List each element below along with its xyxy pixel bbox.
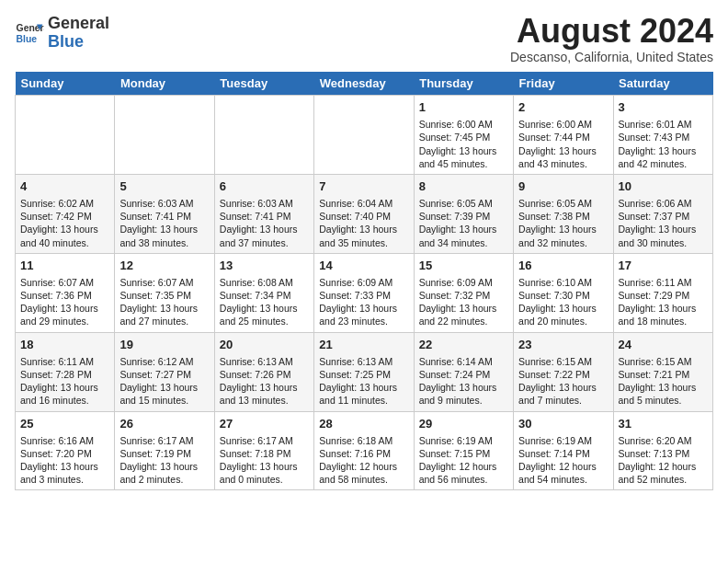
day-info-line: Daylight: 13 hours	[619, 381, 708, 394]
day-info-line: Sunset: 7:41 PM	[220, 210, 309, 223]
day-info-line: Sunrise: 6:19 AM	[419, 434, 508, 447]
day-info-line: Sunset: 7:18 PM	[220, 447, 309, 460]
day-info-line: Sunset: 7:32 PM	[419, 289, 508, 302]
svg-text:Blue: Blue	[17, 33, 38, 43]
calendar-cell: 3Sunrise: 6:01 AMSunset: 7:43 PMDaylight…	[613, 96, 712, 175]
week-row-4: 25Sunrise: 6:16 AMSunset: 7:20 PMDayligh…	[16, 411, 713, 490]
day-info-line: Sunset: 7:30 PM	[518, 289, 608, 302]
day-info-line: Daylight: 13 hours	[518, 223, 608, 236]
calendar-header: SundayMondayTuesdayWednesdayThursdayFrid…	[16, 72, 713, 96]
day-info-line: Daylight: 13 hours	[319, 302, 408, 315]
day-info-line: Sunset: 7:25 PM	[319, 368, 408, 381]
day-info-line: Daylight: 13 hours	[20, 460, 109, 473]
logo-line1: General	[48, 15, 109, 33]
day-number: 2	[518, 99, 608, 116]
calendar-cell: 24Sunrise: 6:15 AMSunset: 7:21 PMDayligh…	[613, 332, 712, 411]
day-header-sunday: Sunday	[16, 72, 115, 96]
day-info-line: Sunrise: 6:17 AM	[119, 434, 209, 447]
day-info-line: Daylight: 13 hours	[220, 460, 309, 473]
day-number: 5	[119, 178, 209, 195]
week-row-0: 1Sunrise: 6:00 AMSunset: 7:45 PMDaylight…	[16, 96, 713, 175]
calendar-cell: 8Sunrise: 6:05 AMSunset: 7:39 PMDaylight…	[414, 174, 513, 253]
day-info-line: and 15 minutes.	[119, 394, 209, 407]
day-number: 16	[518, 258, 608, 274]
day-info-line: Sunset: 7:39 PM	[419, 210, 508, 223]
day-number: 14	[319, 258, 408, 274]
day-info-line: and 23 minutes.	[319, 315, 408, 327]
day-info-line: Sunset: 7:36 PM	[20, 289, 109, 302]
day-info-line: Sunrise: 6:07 AM	[119, 276, 209, 289]
day-info-line: and 30 minutes.	[619, 236, 708, 249]
day-info-line: Daylight: 13 hours	[220, 223, 309, 236]
day-info-line: Sunset: 7:43 PM	[619, 131, 708, 144]
day-info-line: Sunset: 7:37 PM	[619, 210, 708, 223]
day-info-line: and 40 minutes.	[20, 236, 109, 249]
day-info-line: Sunset: 7:29 PM	[619, 289, 708, 302]
day-number: 3	[619, 99, 708, 116]
day-header-wednesday: Wednesday	[314, 72, 414, 96]
calendar-cell: 12Sunrise: 6:07 AMSunset: 7:35 PMDayligh…	[115, 253, 214, 332]
day-number: 20	[220, 337, 309, 353]
day-info-line: and 5 minutes.	[619, 394, 708, 407]
day-info-line: and 18 minutes.	[619, 315, 708, 327]
day-number: 19	[119, 337, 209, 353]
day-info-line: Daylight: 13 hours	[518, 302, 608, 315]
day-number: 11	[20, 258, 109, 274]
week-row-1: 4Sunrise: 6:02 AMSunset: 7:42 PMDaylight…	[16, 174, 713, 253]
day-info-line: Daylight: 13 hours	[220, 381, 309, 394]
calendar-cell: 19Sunrise: 6:12 AMSunset: 7:27 PMDayligh…	[115, 332, 214, 411]
day-info-line: and 54 minutes.	[518, 473, 608, 486]
calendar-cell: 7Sunrise: 6:04 AMSunset: 7:40 PMDaylight…	[314, 174, 414, 253]
day-number: 31	[619, 416, 708, 432]
day-info-line: and 13 minutes.	[220, 394, 309, 407]
day-number: 9	[518, 178, 608, 195]
day-header-monday: Monday	[115, 72, 214, 96]
day-info-line: Daylight: 13 hours	[518, 144, 608, 157]
day-info-line: Sunrise: 6:17 AM	[220, 434, 309, 447]
day-info-line: and 56 minutes.	[419, 473, 508, 486]
calendar-cell	[214, 96, 313, 175]
day-info-line: and 3 minutes.	[20, 473, 109, 486]
day-number: 24	[619, 337, 708, 353]
header-row: SundayMondayTuesdayWednesdayThursdayFrid…	[16, 72, 713, 96]
calendar-cell: 13Sunrise: 6:08 AMSunset: 7:34 PMDayligh…	[214, 253, 313, 332]
logo-icon: General Blue	[15, 18, 44, 48]
logo: General Blue General Blue	[15, 15, 109, 52]
day-info-line: Daylight: 12 hours	[319, 460, 408, 473]
calendar-cell: 2Sunrise: 6:00 AMSunset: 7:44 PMDaylight…	[514, 96, 613, 175]
day-info-line: Daylight: 13 hours	[619, 144, 708, 157]
day-info-line: Sunrise: 6:05 AM	[419, 197, 508, 210]
day-info-line: Sunrise: 6:14 AM	[419, 355, 508, 368]
day-info-line: and 34 minutes.	[419, 236, 508, 249]
day-info-line: and 29 minutes.	[20, 315, 109, 327]
day-number: 26	[119, 416, 209, 432]
day-info-line: Sunrise: 6:15 AM	[518, 355, 608, 368]
location: Descanso, California, United States	[510, 50, 713, 64]
day-info-line: Daylight: 13 hours	[220, 302, 309, 315]
day-info-line: and 27 minutes.	[119, 315, 209, 327]
day-info-line: and 25 minutes.	[220, 315, 309, 327]
day-info-line: and 11 minutes.	[319, 394, 408, 407]
day-number: 7	[319, 178, 408, 195]
day-info-line: Sunset: 7:34 PM	[220, 289, 309, 302]
day-info-line: Sunset: 7:26 PM	[220, 368, 309, 381]
day-info-line: Sunrise: 6:09 AM	[319, 276, 408, 289]
day-info-line: Sunrise: 6:03 AM	[119, 197, 209, 210]
calendar-cell: 1Sunrise: 6:00 AMSunset: 7:45 PMDaylight…	[414, 96, 513, 175]
day-info-line: Sunrise: 6:00 AM	[419, 118, 508, 131]
logo-line2: Blue	[48, 33, 109, 52]
day-info-line: Daylight: 13 hours	[619, 223, 708, 236]
calendar-cell: 9Sunrise: 6:05 AMSunset: 7:38 PMDaylight…	[514, 174, 613, 253]
calendar-cell: 6Sunrise: 6:03 AMSunset: 7:41 PMDaylight…	[214, 174, 313, 253]
day-info-line: Sunrise: 6:07 AM	[20, 276, 109, 289]
day-header-thursday: Thursday	[414, 72, 513, 96]
day-number: 15	[419, 258, 508, 274]
calendar-cell	[314, 96, 414, 175]
day-info-line: Daylight: 13 hours	[20, 302, 109, 315]
day-info-line: Sunset: 7:20 PM	[20, 447, 109, 460]
day-info-line: Sunset: 7:35 PM	[119, 289, 209, 302]
calendar-cell: 27Sunrise: 6:17 AMSunset: 7:18 PMDayligh…	[214, 411, 313, 490]
calendar-cell: 29Sunrise: 6:19 AMSunset: 7:15 PMDayligh…	[414, 411, 513, 490]
page-header: General Blue General Blue August 2024 De…	[15, 15, 713, 64]
calendar-table: SundayMondayTuesdayWednesdayThursdayFrid…	[15, 72, 713, 490]
